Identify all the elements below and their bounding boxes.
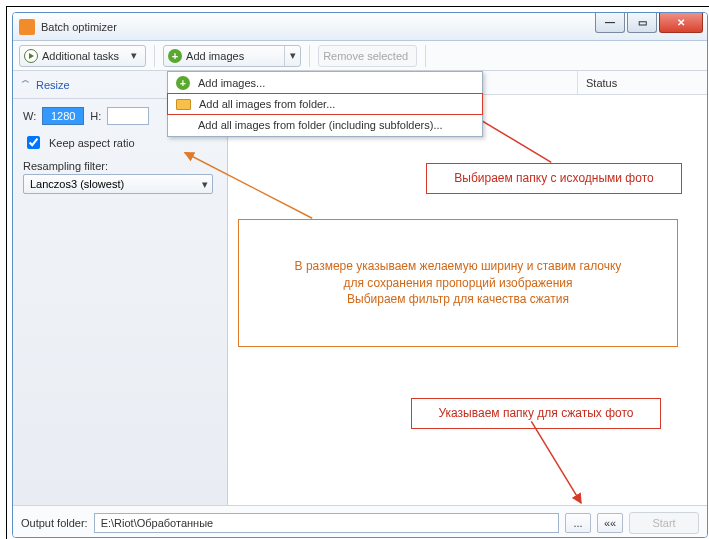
remove-selected-label: Remove selected [323,50,408,62]
menu-add-images-label: Add images... [198,77,265,89]
toolbar: Additional tasks ▾ + Add images ▾ Remove… [13,41,707,71]
output-folder-value: E:\Riot\Обработанные [101,517,214,529]
blank-icon [176,118,190,132]
filter-select[interactable]: Lanczos3 (slowest) ▾ [23,174,213,194]
bottom-bar: Output folder: E:\Riot\Обработанные ... … [13,505,707,538]
add-images-button[interactable]: + Add images ▾ [163,45,301,67]
filter-value: Lanczos3 (slowest) [30,178,124,190]
chevron-down-icon: ▾ [131,49,137,62]
additional-tasks-button[interactable]: Additional tasks ▾ [19,45,146,67]
menu-add-from-folder[interactable]: Add all images from folder... [167,93,483,115]
add-images-dropdown: + Add images... Add all images from fold… [167,71,483,137]
maximize-button[interactable]: ▭ [627,13,657,33]
height-label: H: [90,110,101,122]
folder-icon [176,99,191,110]
play-icon [24,49,38,63]
menu-add-from-folder-sub-label: Add all images from folder (including su… [198,119,443,131]
menu-add-images[interactable]: + Add images... [168,72,482,94]
window-title: Batch optimizer [41,21,117,33]
chevron-down-icon[interactable]: ▾ [284,46,300,66]
remove-selected-button[interactable]: Remove selected [318,45,417,67]
browse-button[interactable]: ... [565,513,591,533]
titlebar[interactable]: Batch optimizer — ▭ ✕ [13,13,707,41]
add-images-label: Add images [186,50,244,62]
height-input[interactable] [107,107,149,125]
menu-add-from-folder-label: Add all images from folder... [199,98,335,110]
chevron-down-icon: ▾ [202,178,208,191]
plus-icon: + [176,76,190,90]
divider [309,45,310,67]
app-icon [19,19,35,35]
start-button[interactable]: Start [629,512,699,534]
width-input[interactable] [42,107,84,125]
close-button[interactable]: ✕ [659,13,703,33]
output-folder-input[interactable]: E:\Riot\Обработанные [94,513,559,533]
status-column: Status [577,71,707,94]
divider [154,45,155,67]
minimize-button[interactable]: — [595,13,625,33]
additional-tasks-label: Additional tasks [42,50,119,62]
menu-add-from-folder-sub[interactable]: Add all images from folder (including su… [168,114,482,136]
resize-panel-title: Resize [36,79,70,91]
callout-select-folder: Выбираем папку с исходными фото [426,163,682,194]
revert-button[interactable]: «« [597,513,623,533]
callout-output-folder: Указываем папку для сжатых фото [411,398,661,429]
divider [425,45,426,67]
keep-aspect-checkbox[interactable] [27,136,40,149]
output-folder-label: Output folder: [21,517,88,529]
width-label: W: [23,110,36,122]
filter-label: Resampling filter: [23,160,108,172]
plus-icon: + [168,49,182,63]
callout-resize-info: В размере указываем желаемую ширину и ст… [238,219,678,347]
keep-aspect-label: Keep aspect ratio [49,137,135,149]
